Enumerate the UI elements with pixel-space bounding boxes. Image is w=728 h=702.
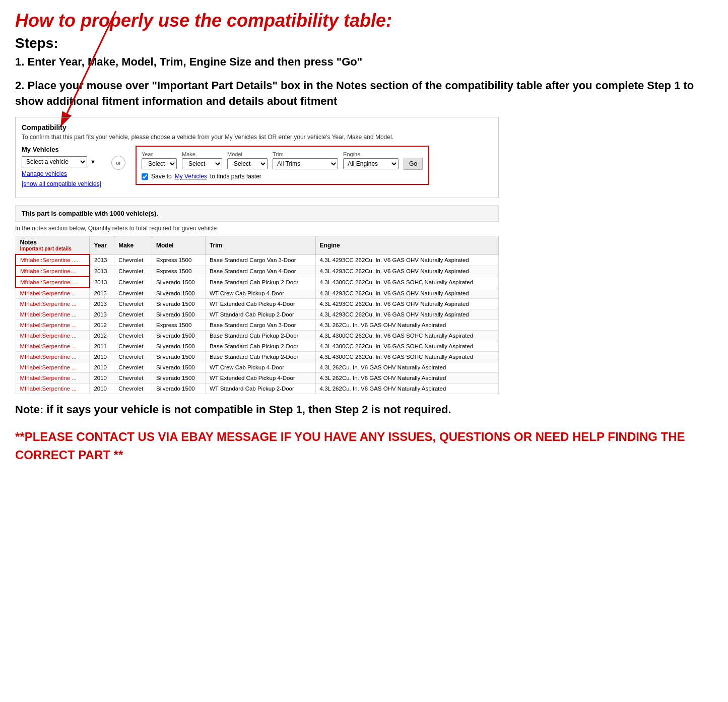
steps-heading: Steps: <box>15 35 713 51</box>
model-cell: Express 1500 <box>152 266 205 277</box>
quantity-note: In the notes section below, Quantity ref… <box>15 225 713 232</box>
engine-select[interactable]: All Engines <box>343 158 399 169</box>
make-cell: Chevrolet <box>114 341 152 352</box>
table-row: Mfrlabel:Serpentine ... 2010 Chevrolet S… <box>16 362 499 373</box>
model-field: Model -Select- <box>227 151 268 169</box>
make-cell: Chevrolet <box>114 254 152 266</box>
model-header: Model <box>152 236 205 255</box>
year-select[interactable]: -Select- <box>142 158 177 169</box>
model-select[interactable]: -Select- <box>227 158 268 169</box>
make-cell: Chevrolet <box>114 331 152 341</box>
notes-cell: Mfrlabel:Serpentine ... <box>16 288 90 299</box>
engine-cell: 4.3L 262Cu. In. V6 GAS OHV Naturally Asp… <box>315 362 498 373</box>
my-vehicles-link2[interactable]: My Vehicles <box>175 173 207 180</box>
notes-cell: Mfrlabel:Serpentine .... <box>16 277 90 288</box>
trim-cell: WT Standard Cab Pickup 2-Door <box>205 384 315 394</box>
model-cell: Silverado 1500 <box>152 309 205 320</box>
model-label: Model <box>227 151 268 157</box>
trim-cell: Base Standard Cab Pickup 2-Door <box>205 277 315 288</box>
notes-cell: Mfrlabel:Serpentine ... <box>16 331 90 341</box>
engine-cell: 4.3L 4293CC 262Cu. In. V6 GAS OHV Natura… <box>315 309 498 320</box>
engine-field: Engine All Engines <box>343 151 399 169</box>
make-cell: Chevrolet <box>114 384 152 394</box>
make-cell: Chevrolet <box>114 266 152 277</box>
make-cell: Chevrolet <box>114 320 152 331</box>
year-cell: 2010 <box>90 352 114 362</box>
manage-vehicles-link[interactable]: Manage vehicles <box>22 170 101 177</box>
notes-cell: Mfrlabel:Serpentine .... <box>16 254 90 266</box>
table-row: Mfrlabel:Serpentine ... 2013 Chevrolet S… <box>16 309 499 320</box>
year-cell: 2010 <box>90 373 114 384</box>
engine-cell: 4.3L 262Cu. In. V6 GAS OHV Naturally Asp… <box>315 373 498 384</box>
table-row: Mfrlabel:Serpentine ... 2011 Chevrolet S… <box>16 341 499 352</box>
save-checkbox[interactable] <box>142 173 148 180</box>
table-row: Mfrlabel:Serpentine ... 2010 Chevrolet S… <box>16 384 499 394</box>
engine-cell: 4.3L 4300CC 262Cu. In. V6 GAS SOHC Natur… <box>315 341 498 352</box>
trim-cell: Base Standard Cargo Van 4-Door <box>205 266 315 277</box>
compat-input-row: My Vehicles Select a vehicle ▼ Manage ve… <box>22 146 492 187</box>
compat-title: Compatibility <box>22 123 492 132</box>
vehicle-select[interactable]: Select a vehicle <box>22 156 87 167</box>
engine-cell: 4.3L 4293CC 262Cu. In. V6 GAS OHV Natura… <box>315 299 498 309</box>
table-row: Mfrlabel:Serpentine ... 2010 Chevrolet S… <box>16 352 499 362</box>
notes-cell: Mfrlabel:Serpentine ... <box>16 362 90 373</box>
table-row: Mfrlabel:Serpentine ... 2012 Chevrolet S… <box>16 331 499 341</box>
trim-cell: Base Standard Cargo Van 3-Door <box>205 254 315 266</box>
make-cell: Chevrolet <box>114 277 152 288</box>
vehicle-select-row: Select a vehicle ▼ <box>22 156 101 167</box>
ymm-top-row: Year -Select- Make -Select- Model <box>142 151 423 170</box>
trim-cell: WT Extended Cab Pickup 4-Door <box>205 299 315 309</box>
make-cell: Chevrolet <box>114 362 152 373</box>
model-cell: Silverado 1500 <box>152 277 205 288</box>
table-header-row: Notes Important part details Year Make M… <box>16 236 499 255</box>
year-cell: 2010 <box>90 362 114 373</box>
year-field: Year -Select- <box>142 151 177 169</box>
engine-cell: 4.3L 4293CC 262Cu. In. V6 GAS OHV Natura… <box>315 288 498 299</box>
notes-cell: Mfrlabel:Serpentine ... <box>16 299 90 309</box>
go-button[interactable]: Go <box>404 158 423 170</box>
trim-cell: Base Standard Cab Pickup 2-Door <box>205 331 315 341</box>
contact-paragraph: **PLEASE CONTACT US VIA EBAY MESSAGE IF … <box>15 428 713 464</box>
year-cell: 2013 <box>90 288 114 299</box>
year-header: Year <box>90 236 114 255</box>
engine-cell: 4.3L 4293CC 262Cu. In. V6 GAS OHV Natura… <box>315 254 498 266</box>
model-cell: Express 1500 <box>152 254 205 266</box>
year-make-section: Year -Select- Make -Select- Model <box>136 146 429 185</box>
page-title: How to properly use the compatibility ta… <box>15 10 713 31</box>
save-text: Save to <box>151 173 172 180</box>
engine-header: Engine <box>315 236 498 255</box>
table-row: Mfrlabel:Serpentine ... 2013 Chevrolet S… <box>16 299 499 309</box>
compatibility-table: Notes Important part details Year Make M… <box>15 236 499 394</box>
model-cell: Silverado 1500 <box>152 341 205 352</box>
make-cell: Chevrolet <box>114 373 152 384</box>
make-header: Make <box>114 236 152 255</box>
trim-cell: WT Crew Cab Pickup 4-Door <box>205 288 315 299</box>
year-cell: 2013 <box>90 266 114 277</box>
engine-cell: 4.3L 4300CC 262Cu. In. V6 GAS SOHC Natur… <box>315 277 498 288</box>
compat-table-body: Mfrlabel:Serpentine .... 2013 Chevrolet … <box>16 254 499 394</box>
trim-cell: WT Crew Cab Pickup 4-Door <box>205 362 315 373</box>
year-cell: 2013 <box>90 309 114 320</box>
my-vehicles-label: My Vehicles <box>22 146 101 153</box>
model-cell: Silverado 1500 <box>152 288 205 299</box>
model-cell: Silverado 1500 <box>152 299 205 309</box>
make-cell: Chevrolet <box>114 309 152 320</box>
make-cell: Chevrolet <box>114 288 152 299</box>
trim-cell: WT Extended Cab Pickup 4-Door <box>205 373 315 384</box>
step1-text: 1. Enter Year, Make, Model, Trim, Engine… <box>15 54 713 70</box>
trim-cell: Base Standard Cab Pickup 2-Door <box>205 341 315 352</box>
make-select[interactable]: -Select- <box>182 158 222 169</box>
my-vehicles-section: My Vehicles Select a vehicle ▼ Manage ve… <box>22 146 101 187</box>
compatible-count-bar: This part is compatible with 1000 vehicl… <box>15 205 499 222</box>
trim-cell: Base Standard Cargo Van 3-Door <box>205 320 315 331</box>
year-cell: 2011 <box>90 341 114 352</box>
model-cell: Silverado 1500 <box>152 373 205 384</box>
step2-text: 2. Place your mouse over "Important Part… <box>15 78 713 109</box>
year-cell: 2013 <box>90 277 114 288</box>
show-all-link[interactable]: [show all compatible vehicles] <box>22 180 101 187</box>
model-cell: Silverado 1500 <box>152 352 205 362</box>
trim-select[interactable]: All Trims <box>273 158 338 169</box>
year-cell: 2013 <box>90 254 114 266</box>
compatibility-widget: Compatibility To confirm that this part … <box>15 117 499 198</box>
notes-cell: Mfrlabel:Serpentine ... <box>16 320 90 331</box>
